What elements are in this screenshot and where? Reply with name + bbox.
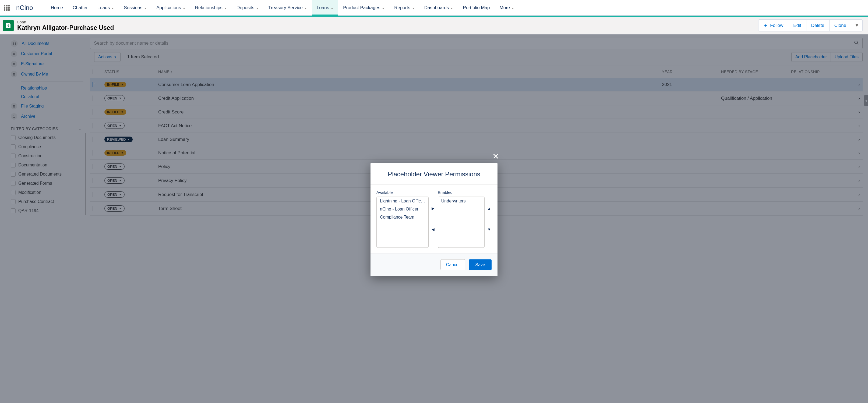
nav-tab-deposits[interactable]: Deposits⌄ bbox=[232, 0, 264, 15]
plus-icon: ＋ bbox=[763, 22, 768, 29]
nav-tab-label: Relationships bbox=[195, 5, 222, 10]
nav-tab-loans[interactable]: Loans⌄ bbox=[312, 0, 338, 15]
nav-tab-label: Portfolio Map bbox=[463, 5, 490, 10]
nav-tab-label: Applications bbox=[156, 5, 181, 10]
chevron-down-icon: ⌄ bbox=[331, 6, 333, 10]
available-option[interactable]: nCino - Loan Officer bbox=[377, 205, 428, 213]
edit-button[interactable]: Edit bbox=[788, 19, 806, 31]
move-right-button[interactable]: ▶ bbox=[431, 206, 436, 211]
available-listbox[interactable]: Lightning - Loan Offic…nCino - Loan Offi… bbox=[376, 197, 429, 247]
chevron-down-icon: ⌄ bbox=[451, 6, 453, 10]
nav-tab-chatter[interactable]: Chatter bbox=[68, 0, 93, 15]
available-label: Available bbox=[376, 190, 429, 194]
nav-tab-label: Dashboards bbox=[424, 5, 449, 10]
chevron-down-icon: ⌄ bbox=[412, 6, 415, 10]
workspace-container: 11All Documents0Customer Portal0E-Signat… bbox=[0, 34, 868, 403]
available-option[interactable]: Compliance Team bbox=[377, 213, 428, 221]
record-actions-more[interactable]: ▼ bbox=[851, 19, 863, 31]
permissions-modal: ✕ Placeholder Viewer Permissions Availab… bbox=[371, 163, 497, 276]
nav-tab-label: Deposits bbox=[237, 5, 254, 10]
nav-tab-home[interactable]: Home bbox=[46, 0, 68, 15]
nav-tab-label: Home bbox=[51, 5, 63, 10]
caret-down-icon: ▼ bbox=[855, 23, 859, 28]
nav-tabs: HomeChatterLeads⌄Sessions⌄Applications⌄R… bbox=[46, 0, 519, 15]
nav-tab-reports[interactable]: Reports⌄ bbox=[389, 0, 420, 15]
move-up-button[interactable]: ▲ bbox=[487, 206, 492, 211]
enabled-listbox[interactable]: Underwriters bbox=[438, 197, 485, 247]
brand-label: nCino bbox=[16, 4, 33, 11]
close-icon[interactable]: ✕ bbox=[492, 152, 499, 161]
nav-tab-more[interactable]: More⌄ bbox=[495, 0, 519, 15]
chevron-down-icon: ⌄ bbox=[112, 6, 114, 10]
loan-icon bbox=[3, 20, 14, 31]
record-actions: ＋ Follow Edit Delete Clone ▼ bbox=[758, 19, 863, 31]
nav-tab-label: Treasury Service bbox=[268, 5, 303, 10]
nav-tab-portfolio-map[interactable]: Portfolio Map bbox=[458, 0, 495, 15]
move-left-button[interactable]: ◀ bbox=[431, 227, 436, 232]
record-header: Loan Kathryn Alligator-Purchase Used ＋ F… bbox=[0, 17, 868, 34]
chevron-down-icon: ⌄ bbox=[256, 6, 258, 10]
nav-tab-label: Product Packages bbox=[343, 5, 380, 10]
nav-tab-dashboards[interactable]: Dashboards⌄ bbox=[420, 0, 458, 15]
enabled-option[interactable]: Underwriters bbox=[438, 197, 484, 205]
chevron-down-icon: ⌄ bbox=[382, 6, 384, 10]
clone-button[interactable]: Clone bbox=[829, 19, 851, 31]
delete-label: Delete bbox=[811, 23, 825, 28]
nav-tab-treasury-service[interactable]: Treasury Service⌄ bbox=[264, 0, 312, 15]
nav-tab-label: Loans bbox=[317, 5, 329, 10]
nav-tab-sessions[interactable]: Sessions⌄ bbox=[119, 0, 152, 15]
nav-tab-label: Reports bbox=[394, 5, 410, 10]
nav-tab-label: Leads bbox=[97, 5, 110, 10]
nav-tab-applications[interactable]: Applications⌄ bbox=[152, 0, 190, 15]
chevron-down-icon: ⌄ bbox=[512, 6, 514, 10]
record-title: Kathryn Alligator-Purchase Used bbox=[17, 24, 114, 31]
nav-tab-label: Sessions bbox=[124, 5, 142, 10]
chevron-down-icon: ⌄ bbox=[183, 6, 185, 10]
available-option[interactable]: Lightning - Loan Offic… bbox=[377, 197, 428, 205]
cancel-label: Cancel bbox=[446, 262, 460, 267]
app-launcher-icon[interactable] bbox=[3, 4, 11, 12]
clone-label: Clone bbox=[834, 23, 846, 28]
nav-tab-leads[interactable]: Leads⌄ bbox=[93, 0, 119, 15]
chevron-down-icon: ⌄ bbox=[224, 6, 227, 10]
enabled-label: Enabled bbox=[438, 190, 485, 194]
nav-tab-relationships[interactable]: Relationships⌄ bbox=[190, 0, 232, 15]
save-label: Save bbox=[475, 262, 485, 267]
edit-label: Edit bbox=[793, 23, 801, 28]
move-down-button[interactable]: ▼ bbox=[487, 227, 492, 232]
save-button[interactable]: Save bbox=[469, 259, 492, 270]
nav-tab-label: Chatter bbox=[73, 5, 88, 10]
global-nav: nCino HomeChatterLeads⌄Sessions⌄Applicat… bbox=[0, 0, 868, 15]
chevron-down-icon: ⌄ bbox=[144, 6, 147, 10]
cancel-button[interactable]: Cancel bbox=[440, 259, 465, 270]
modal-title: Placeholder Viewer Permissions bbox=[371, 163, 497, 184]
nav-tab-product-packages[interactable]: Product Packages⌄ bbox=[338, 0, 389, 15]
record-object-label: Loan bbox=[17, 20, 114, 24]
follow-label: Follow bbox=[770, 23, 783, 28]
follow-button[interactable]: ＋ Follow bbox=[758, 19, 788, 31]
delete-button[interactable]: Delete bbox=[806, 19, 830, 31]
chevron-down-icon: ⌄ bbox=[304, 6, 307, 10]
nav-tab-label: More bbox=[500, 5, 510, 10]
